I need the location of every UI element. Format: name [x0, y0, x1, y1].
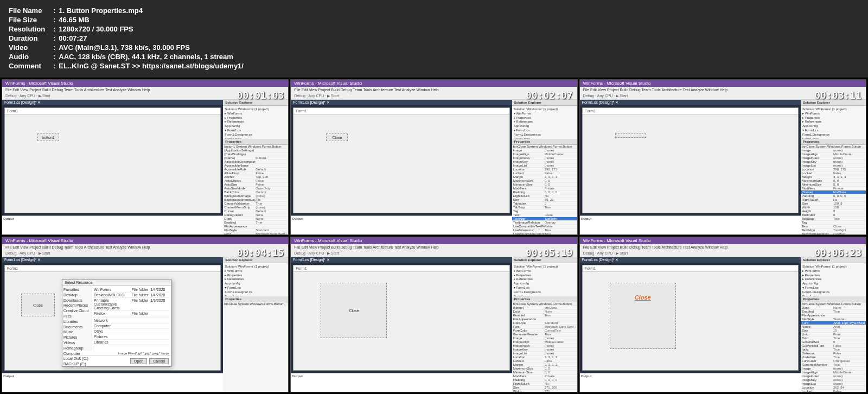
property-row[interactable]: AccessibleName	[223, 164, 288, 168]
property-row[interactable]: FlatAppearance	[512, 317, 577, 321]
property-row[interactable]: UnitPoint	[801, 333, 866, 336]
property-row[interactable]: ImageList(none)	[801, 164, 866, 168]
property-row[interactable]: DockNone	[512, 310, 577, 314]
property-row[interactable]: MaximumSize0, 0	[801, 179, 866, 183]
property-row[interactable]: ImageKey(none)	[801, 378, 866, 382]
property-row[interactable]: AccessibleDescription	[223, 160, 288, 164]
property-row[interactable]: CursorDefault	[223, 209, 288, 213]
property-row[interactable]: Tag	[801, 221, 866, 225]
property-row[interactable]: Width271	[512, 390, 577, 392]
property-row[interactable]: ImageIndex(none)	[801, 156, 866, 160]
property-row[interactable]: AccessibleRoleDefault	[223, 168, 288, 171]
property-row[interactable]: MaximumSize0, 0	[512, 367, 577, 371]
property-row[interactable]: ItalicTrue	[801, 348, 866, 352]
property-row[interactable]: ContextMenuStrip(none)	[223, 206, 288, 209]
property-row[interactable]: RightToLeftNo	[512, 382, 577, 386]
property-row[interactable]: BackColorControl	[223, 190, 288, 194]
property-row[interactable]: DockNone	[801, 306, 866, 310]
property-row[interactable]: UnderlineTrue	[801, 355, 866, 359]
property-row[interactable]: FlatStyleStandard	[512, 321, 577, 325]
property-row[interactable]: ForeColorOrangeRed	[801, 359, 866, 363]
property-row[interactable]: AutoSizeFalse	[223, 183, 288, 187]
property-row[interactable]: ModifiersPrivate	[801, 187, 866, 190]
solution-tree[interactable]: Solution 'WinForms' (1 project)▸ WinForm…	[223, 106, 288, 139]
property-row[interactable]: Location298, 175	[801, 168, 866, 171]
dialog-filelist[interactable]: WinFormsFile folder1/4/2020DesktopWOLOLO…	[92, 286, 171, 351]
property-row[interactable]: Padding0, 0, 0, 0	[801, 194, 866, 198]
property-row[interactable]: (ApplicationSettings)	[223, 149, 288, 152]
property-row[interactable]: ForeColorControlText	[512, 329, 577, 333]
property-row[interactable]: GenerateMemberTrue	[512, 333, 577, 336]
document-tab[interactable]: Form1.cs [Design]* ✕	[580, 100, 801, 105]
property-row[interactable]: MinimumSize0, 0	[512, 183, 577, 187]
property-row[interactable]: AutoEllipsisFalse	[223, 179, 288, 183]
property-row[interactable]: BackgroundImage(none)	[223, 194, 288, 198]
property-row[interactable]: Tag	[512, 209, 577, 213]
property-row[interactable]: ImageIndex(none)	[512, 344, 577, 348]
property-row[interactable]: ImageAlignMiddleCenter	[512, 340, 577, 344]
property-row[interactable]: MinimumSize0, 0	[512, 371, 577, 374]
property-row[interactable]: GdiCharSet0	[801, 340, 866, 344]
property-row[interactable]: TextImageRelationOverlay	[801, 232, 866, 234]
property-row[interactable]: ImageIndex(none)	[512, 156, 577, 160]
property-row[interactable]: BackgroundImageLayoutTile	[223, 198, 288, 202]
property-row[interactable]: DialogResultNone	[223, 213, 288, 217]
property-row[interactable]: UseVisualStyleCursorTrue	[512, 232, 577, 234]
document-tab[interactable]: Form1.cs [Design]* ✕	[2, 100, 223, 105]
property-row[interactable]: FlatStyleStandard	[801, 317, 866, 321]
property-row[interactable]: Image(none)	[801, 367, 866, 371]
property-row[interactable]: ImageIndex(none)	[801, 374, 866, 378]
property-row[interactable]: Image(none)	[512, 149, 577, 152]
designed-button[interactable]: Close	[326, 134, 348, 141]
property-row[interactable]: Size271, 200	[512, 386, 577, 390]
property-row[interactable]: ImageAlignMiddleCenter	[801, 152, 866, 156]
property-row[interactable]: FlatAppearance	[801, 314, 866, 317]
property-row[interactable]: Padding0, 0, 0, 0	[512, 190, 577, 194]
property-row[interactable]: Margin3, 3, 3, 3	[512, 175, 577, 179]
property-row[interactable]: CausesValidationTrue	[223, 202, 288, 206]
property-row[interactable]: FontMicrosoft Sans Serif, 8.25pt	[512, 325, 577, 329]
solution-tree[interactable]: Solution 'WinForms' (1 project)▸ WinForm…	[512, 106, 577, 139]
select-resource-dialog[interactable]: Select Resource FavoritesDesktopDownload…	[62, 279, 171, 367]
property-row[interactable]: UseMnemonicTrue	[512, 228, 577, 232]
property-row[interactable]: (DataBindings)	[223, 152, 288, 156]
property-row[interactable]: Padding0, 0, 0, 0	[512, 378, 577, 382]
cancel-button[interactable]: Cancel	[149, 358, 169, 364]
property-row[interactable]: DockNone	[223, 217, 288, 221]
property-row[interactable]: TabIndex0	[512, 202, 577, 206]
property-row[interactable]: ImageList(none)	[512, 164, 577, 168]
property-row[interactable]: Location3, 3, 3, 3	[512, 355, 577, 359]
designed-button[interactable]: Close	[321, 283, 387, 338]
property-row[interactable]: TextClose	[512, 213, 577, 217]
document-tab[interactable]: Form1.cs [Design]* ✕	[291, 100, 512, 105]
property-row[interactable]: GdiVerticalFontFalse	[801, 344, 866, 348]
document-tab[interactable]: Form1.cs [Design]* ✕	[580, 257, 801, 263]
property-row[interactable]: LockedFalse	[512, 171, 577, 175]
property-row[interactable]: ImageList(none)	[801, 382, 866, 386]
property-row[interactable]: Size100, 8	[801, 202, 866, 206]
property-row[interactable]: UseCompatibleTextRenderingFalse	[512, 225, 577, 228]
property-row[interactable]: TextImageRelationOverlay	[512, 221, 577, 225]
property-row[interactable]: Location262, 84	[801, 386, 866, 390]
document-tab[interactable]: Form1.cs [Design]* ✕	[2, 257, 223, 263]
property-row[interactable]: Location298, 175	[512, 168, 577, 171]
property-row[interactable]: MinimumSize0, 0	[801, 183, 866, 187]
designed-button[interactable]: Close	[21, 294, 55, 316]
solution-tree[interactable]: Solution 'WinForms' (1 project)▸ WinForm…	[223, 263, 288, 296]
property-row[interactable]: ImageList(none)	[512, 352, 577, 355]
property-row[interactable]: Height8	[801, 209, 866, 213]
property-row[interactable]: Margin3, 3, 3, 3	[512, 363, 577, 367]
solution-tree[interactable]: Solution 'WinForms' (1 project)▸ WinForm…	[801, 263, 866, 296]
property-row[interactable]: NameArial	[801, 325, 866, 329]
property-row[interactable]: RightToLeftNo	[801, 198, 866, 202]
property-row[interactable]: EnabledTrue	[512, 314, 577, 317]
property-row[interactable]: StrikeoutFalse	[801, 352, 866, 355]
property-row[interactable]: FontArial, 10pt, style=Bold, Italic	[801, 321, 866, 325]
property-row[interactable]: ImageKey(none)	[512, 348, 577, 352]
property-row[interactable]: LockedFalse	[512, 359, 577, 363]
dialog-nav[interactable]: FavoritesDesktopDownloadsRecent PlacesCr…	[62, 286, 92, 351]
designed-button[interactable]: button1	[37, 134, 59, 141]
property-row[interactable]: TabIndex0	[801, 213, 866, 217]
property-row[interactable]: FlatAppearance	[223, 225, 288, 228]
property-row[interactable]: (Name)button1	[223, 156, 288, 160]
